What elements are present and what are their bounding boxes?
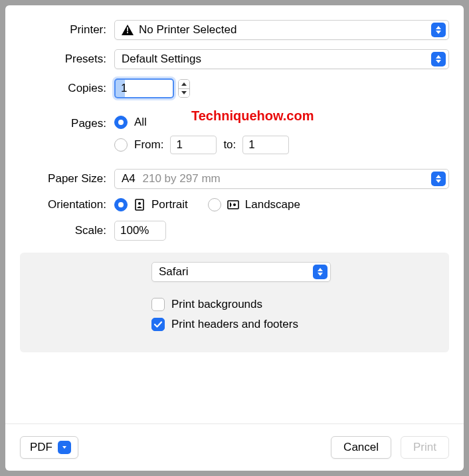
stepper-up[interactable] [179,80,189,88]
portrait-label: Portrait [151,198,188,211]
chevron-updown-icon [431,52,446,66]
chevron-updown-icon [313,265,328,279]
stepper-down[interactable] [179,88,189,98]
paper-size-select[interactable]: A4 210 by 297 mm [114,169,449,189]
print-headers-footers-option[interactable]: Print headers and footers [151,318,437,331]
chevron-updown-icon [431,172,446,186]
radio-from[interactable] [114,138,128,152]
presets-row: Presets: Default Settings [20,49,449,69]
landscape-icon [227,198,240,211]
dialog-footer: PDF Cancel Print [5,423,464,471]
printer-value: No Printer Selected [139,23,426,37]
scale-label: Scale: [20,224,106,237]
chevron-down-icon [58,441,71,454]
radio-landscape[interactable] [208,198,221,211]
pages-to-label: to: [223,138,236,152]
radio-all[interactable] [114,116,128,129]
pages-to-field[interactable] [242,136,289,154]
chevron-updown-icon [431,23,446,37]
pdf-menu-button[interactable]: PDF [20,436,78,459]
orientation-label: Orientation: [20,198,106,211]
landscape-label: Landscape [245,198,300,211]
pages-from-field[interactable] [170,136,217,154]
print-headers-footers-label: Print headers and footers [171,318,298,331]
print-headers-footers-checkbox[interactable] [151,318,165,331]
presets-select[interactable]: Default Settings [114,49,449,69]
app-options-value: Safari [159,265,308,279]
presets-value: Default Settings [122,53,426,66]
dialog-content: Printer: No Printer Selected Presets: De… [5,5,464,423]
print-backgrounds-checkbox[interactable] [151,298,165,311]
cancel-button[interactable]: Cancel [331,436,391,459]
presets-label: Presets: [20,53,106,66]
orientation-portrait-option[interactable]: Portrait [114,198,188,211]
print-backgrounds-option[interactable]: Print backgrounds [151,298,437,311]
printer-select[interactable]: No Printer Selected [114,20,449,40]
orientation-row: Orientation: Portrait Landscape [20,198,449,211]
paper-size-row: Paper Size: A4 210 by 297 mm [20,169,449,189]
svg-point-1 [138,202,141,205]
scale-field[interactable] [114,221,166,241]
copies-stepper[interactable] [178,79,190,98]
watermark-text: Techniquehow.com [191,108,314,124]
paper-size-label: Paper Size: [20,172,106,185]
pages-all-label: All [134,116,147,129]
radio-portrait[interactable] [114,198,128,211]
portrait-icon [133,198,146,211]
printer-row: Printer: No Printer Selected [20,20,449,40]
app-options-select[interactable]: Safari [151,262,331,282]
paper-size-dims: 210 by 297 mm [143,172,221,185]
warning-icon [122,25,134,35]
printer-label: Printer: [20,23,106,37]
copies-row: Copies: [20,78,449,98]
paper-size-value: A4 210 by 297 mm [122,172,426,185]
orientation-landscape-option[interactable]: Landscape [208,198,300,211]
paper-size-name: A4 [122,172,136,185]
pdf-label: PDF [30,441,52,454]
copies-label: Copies: [20,82,106,95]
cancel-label: Cancel [343,441,379,454]
pages-from-label: From: [134,138,163,152]
print-backgrounds-label: Print backgrounds [171,298,262,311]
pages-label: Pages: [20,116,106,130]
copies-field[interactable] [114,78,174,98]
app-options-panel: Safari Print backgrounds Print headers a… [20,253,449,352]
svg-point-3 [233,203,236,206]
scale-row: Scale: [20,221,449,241]
print-dialog: Printer: No Printer Selected Presets: De… [5,5,464,471]
print-button[interactable]: Print [401,436,449,459]
print-label: Print [413,441,436,454]
pages-range-option[interactable]: From: to: [114,136,289,154]
